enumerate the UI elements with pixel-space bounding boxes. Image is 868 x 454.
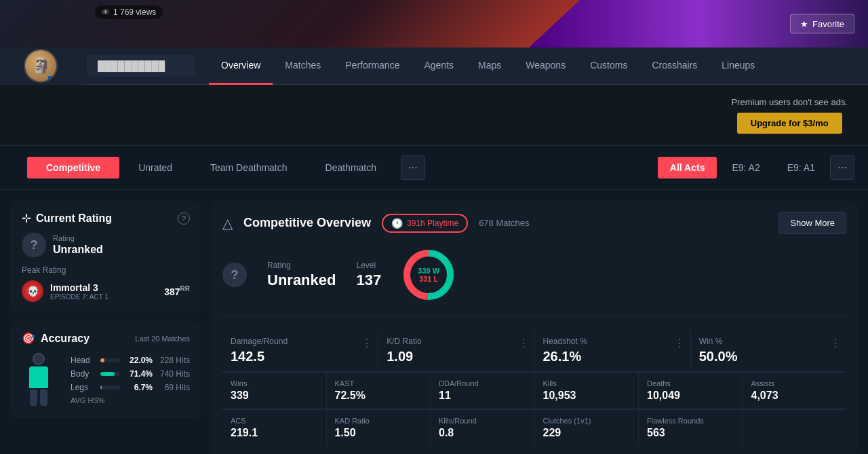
acc-row-body: Body 71.4% 740 Hits	[71, 369, 190, 379]
tab-agents[interactable]: Agents	[412, 48, 466, 85]
body-bar-fill	[100, 372, 115, 376]
ad-content: Premium users don't see ads. Upgrade for…	[731, 97, 848, 134]
act-e9a1[interactable]: E9: A1	[775, 157, 827, 178]
rank-icon: ?	[22, 233, 46, 257]
peak-rank-icon: 💀	[22, 280, 43, 302]
overview-level: Level 137	[356, 261, 381, 289]
peak-row: 💀 Immortal 3 EPISODE 7: ACT 1 387RR	[22, 280, 190, 302]
wins-label: 339 W	[418, 267, 439, 275]
win-loss-donut: 339 W 331 L	[401, 248, 456, 302]
current-rating-card: ⊹ Current Rating ? ? Rating Unranked Pea…	[11, 201, 201, 313]
stat-kills-round: Kills/Round 0.8	[431, 410, 535, 446]
accuracy-content: Head 22.0% 228 Hits Body 71.4% 740 H	[22, 353, 190, 407]
stat-dda-round: DDA/Round 11	[431, 373, 535, 409]
leg-right	[40, 390, 47, 406]
stat-clutches: Clutches (1v1) 229	[535, 410, 639, 446]
peak-section: Peak Rating 💀 Immortal 3 EPISODE 7: ACT …	[22, 265, 190, 302]
mode-deathmatch[interactable]: Deathmatch	[307, 157, 395, 178]
tab-crosshairs[interactable]: Crosshairs	[639, 48, 709, 85]
ad-text: Premium users don't see ads.	[731, 97, 848, 107]
peak-rr: 387RR	[164, 285, 190, 297]
tab-performance[interactable]: Performance	[333, 48, 412, 85]
mode-unrated[interactable]: Unrated	[119, 157, 191, 178]
avatar: 🗿	[24, 49, 58, 83]
stat-wins: Wins 339	[222, 373, 327, 409]
eye-icon: 👁	[102, 7, 110, 17]
acc-row-legs: Legs 6.7% 69 Hits	[71, 383, 190, 392]
losses-label: 331 L	[418, 275, 439, 283]
accuracy-stats: Head 22.0% 228 Hits Body 71.4% 740 H	[71, 356, 190, 404]
mode-competitive[interactable]: Competitive	[27, 157, 119, 178]
stat-kills: Kills 10,953	[535, 373, 639, 409]
right-panel: △ Competitive Overview 🕐 391h Playtime 6…	[212, 201, 857, 454]
country-flag	[48, 76, 58, 83]
stat-placeholder	[743, 410, 847, 446]
head-bar	[100, 358, 120, 362]
kd-ratio-more[interactable]: ⋮	[518, 337, 529, 349]
mode-more-button[interactable]: ···	[401, 155, 425, 180]
damage-round-more[interactable]: ⋮	[361, 337, 372, 349]
overview-rating: Rating Unranked	[267, 261, 336, 289]
accuracy-title: 🎯 Accuracy	[22, 332, 90, 345]
tab-customs[interactable]: Customs	[578, 48, 639, 85]
mode-tabs: Competitive Unrated Team Deathmatch Deat…	[0, 146, 868, 190]
tab-overview[interactable]: Overview	[209, 48, 273, 85]
accuracy-header: 🎯 Accuracy Last 20 Matches	[22, 332, 190, 345]
stat-flawless-rounds: Flawless Rounds 563	[639, 410, 743, 446]
overview-title: Competitive Overview	[243, 216, 371, 230]
avatar-wrap: 🗿	[0, 48, 81, 85]
stat-damage-round: Damage/Round 142.5 ⋮	[222, 330, 378, 371]
help-icon[interactable]: ?	[178, 212, 190, 225]
acc-row-head: Head 22.0% 228 Hits	[71, 356, 190, 365]
stat-win-pct: Win % 50.0% ⋮	[691, 330, 846, 371]
acts-group: All Acts E9: A2 E9: A1 ···	[658, 155, 854, 180]
tab-matches[interactable]: Matches	[273, 48, 333, 85]
act-e9a2[interactable]: E9: A2	[719, 157, 772, 178]
playtime-badge: 🕐 391h Playtime	[382, 214, 468, 233]
stat-headshot-pct: Headshot % 26.1% ⋮	[535, 330, 691, 371]
matches-count: 678 Matches	[479, 218, 529, 228]
stats-main: ? Rating Unranked Level 137 339 W 331 L	[222, 248, 846, 316]
leg-left	[30, 390, 37, 406]
tertiary-stats-row: ACS 219.1 KAD Ratio 1.50 Kills/Round 0.8…	[222, 409, 846, 446]
body-figure	[22, 353, 62, 407]
stat-kd-ratio: K/D Ratio 1.09 ⋮	[378, 330, 534, 371]
tab-maps[interactable]: Maps	[466, 48, 513, 85]
body-zone	[29, 366, 48, 388]
act-all-acts[interactable]: All Acts	[658, 157, 717, 178]
main-content: ⊹ Current Rating ? ? Rating Unranked Pea…	[0, 190, 868, 454]
mode-team-deathmatch[interactable]: Team Deathmatch	[191, 157, 307, 178]
upgrade-button[interactable]: Upgrade for $3/mo	[737, 113, 842, 134]
win-pct-more[interactable]: ⋮	[830, 337, 841, 349]
overview-icon: △	[222, 215, 233, 231]
username-display: ██████████	[87, 55, 195, 77]
header-banner: 👁 1 769 views ★ Favorite	[0, 0, 868, 48]
stat-deaths: Deaths 10,049	[639, 373, 743, 409]
human-silhouette	[22, 353, 56, 407]
favorite-button[interactable]: ★ Favorite	[790, 14, 854, 34]
overview-rank-icon: ?	[222, 263, 247, 287]
nav-tabs: Overview Matches Performance Agents Maps…	[209, 48, 767, 85]
act-more-button[interactable]: ···	[830, 155, 854, 180]
show-more-button[interactable]: Show More	[778, 212, 846, 234]
primary-stats-row: Damage/Round 142.5 ⋮ K/D Ratio 1.09 ⋮ He…	[222, 330, 846, 371]
current-rating-title: ⊹ Current Rating	[22, 212, 112, 225]
left-panel: ⊹ Current Rating ? ? Rating Unranked Pea…	[11, 201, 201, 454]
legs-zone	[22, 390, 56, 406]
stat-assists: Assists 4,073	[743, 373, 847, 409]
overview-card: △ Competitive Overview 🕐 391h Playtime 6…	[212, 201, 857, 454]
secondary-stats-row: Wins 339 KAST 72.5% DDA/Round 11 Kills 1…	[222, 372, 846, 409]
avg-hs-label: AVG HS%	[71, 396, 190, 404]
rating-row: ? Rating Unranked	[22, 233, 190, 257]
stat-acs: ACS 219.1	[222, 410, 327, 446]
headshot-pct-more[interactable]: ⋮	[674, 337, 685, 349]
head-bar-fill	[100, 358, 104, 362]
accuracy-icon: 🎯	[22, 332, 35, 345]
tab-lineups[interactable]: Lineups	[709, 48, 767, 85]
legs-bar-fill	[100, 385, 102, 390]
legs-bar	[100, 385, 120, 390]
accuracy-card: 🎯 Accuracy Last 20 Matches	[11, 321, 201, 418]
head-zone	[33, 353, 45, 365]
tab-weapons[interactable]: Weapons	[513, 48, 578, 85]
peak-info: Immortal 3 EPISODE 7: ACT 1	[50, 282, 157, 301]
